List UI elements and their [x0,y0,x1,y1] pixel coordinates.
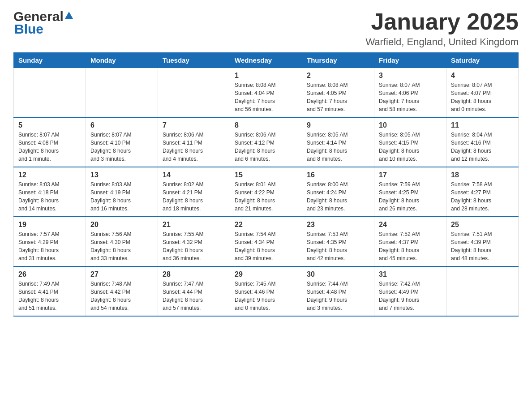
day-number: 7 [163,121,225,129]
day-info: Sunrise: 8:00 AMSunset: 4:24 PMDaylight:… [307,180,369,213]
calendar-cell: 28Sunrise: 7:47 AMSunset: 4:44 PMDayligh… [158,266,230,316]
calendar-cell [86,68,158,118]
calendar-cell [158,68,230,118]
day-number: 3 [379,72,442,80]
day-info: Sunrise: 8:05 AMSunset: 4:14 PMDaylight:… [307,131,369,163]
title-block: January 2025 Warfield, England, United K… [365,9,519,48]
day-info: Sunrise: 7:49 AMSunset: 4:41 PMDaylight:… [18,280,81,312]
svg-marker-0 [65,12,73,19]
day-info: Sunrise: 8:07 AMSunset: 4:10 PMDaylight:… [90,131,153,163]
day-number: 17 [379,171,442,179]
day-info: Sunrise: 7:42 AMSunset: 4:49 PMDaylight:… [379,280,442,312]
weekday-header-monday: Monday [86,53,158,68]
day-number: 2 [307,72,369,80]
day-info: Sunrise: 7:55 AMSunset: 4:32 PMDaylight:… [163,230,225,262]
day-number: 8 [235,121,297,129]
day-number: 10 [379,121,442,129]
day-number: 26 [18,270,81,278]
logo: General Blue [13,9,74,37]
location: Warfield, England, United Kingdom [365,36,519,48]
week-row-2: 5Sunrise: 8:07 AMSunset: 4:08 PMDaylight… [14,117,519,167]
logo-triangle-icon [64,11,74,21]
page-header: General Blue January 2025 Warfield, Engl… [13,9,519,48]
day-number: 13 [90,171,153,179]
calendar-cell: 3Sunrise: 8:07 AMSunset: 4:06 PMDaylight… [374,68,446,118]
day-number: 18 [451,171,514,179]
calendar-cell: 7Sunrise: 8:06 AMSunset: 4:11 PMDaylight… [158,117,230,167]
day-info: Sunrise: 8:03 AMSunset: 4:18 PMDaylight:… [18,180,81,213]
calendar-cell: 4Sunrise: 8:07 AMSunset: 4:07 PMDaylight… [446,68,519,118]
day-info: Sunrise: 8:03 AMSunset: 4:19 PMDaylight:… [90,180,153,213]
calendar-cell: 30Sunrise: 7:44 AMSunset: 4:48 PMDayligh… [302,266,374,316]
day-number: 28 [163,270,225,278]
calendar-cell: 15Sunrise: 8:01 AMSunset: 4:22 PMDayligh… [230,167,302,217]
day-number: 21 [163,221,225,229]
day-info: Sunrise: 8:06 AMSunset: 4:11 PMDaylight:… [163,131,225,163]
calendar-cell: 31Sunrise: 7:42 AMSunset: 4:49 PMDayligh… [374,266,446,316]
day-number: 6 [90,121,153,129]
day-info: Sunrise: 7:51 AMSunset: 4:39 PMDaylight:… [451,230,514,262]
day-info: Sunrise: 7:57 AMSunset: 4:29 PMDaylight:… [18,230,81,262]
day-info: Sunrise: 8:04 AMSunset: 4:16 PMDaylight:… [451,131,514,163]
day-number: 24 [379,221,442,229]
week-row-1: 1Sunrise: 8:08 AMSunset: 4:04 PMDaylight… [14,68,519,118]
week-row-3: 12Sunrise: 8:03 AMSunset: 4:18 PMDayligh… [14,167,519,217]
day-info: Sunrise: 8:08 AMSunset: 4:05 PMDaylight:… [307,81,369,113]
day-number: 23 [307,221,369,229]
calendar-cell: 21Sunrise: 7:55 AMSunset: 4:32 PMDayligh… [158,217,230,266]
calendar-cell: 25Sunrise: 7:51 AMSunset: 4:39 PMDayligh… [446,217,519,266]
calendar-cell: 17Sunrise: 7:59 AMSunset: 4:25 PMDayligh… [374,167,446,217]
day-number: 30 [307,270,369,278]
day-number: 12 [18,171,81,179]
day-info: Sunrise: 7:44 AMSunset: 4:48 PMDaylight:… [307,280,369,312]
day-info: Sunrise: 7:54 AMSunset: 4:34 PMDaylight:… [235,230,297,262]
calendar-cell: 23Sunrise: 7:53 AMSunset: 4:35 PMDayligh… [302,217,374,266]
weekday-header-thursday: Thursday [302,53,374,68]
calendar-cell: 1Sunrise: 8:08 AMSunset: 4:04 PMDaylight… [230,68,302,118]
day-info: Sunrise: 7:53 AMSunset: 4:35 PMDaylight:… [307,230,369,262]
weekday-header-friday: Friday [374,53,446,68]
logo-blue: Blue [14,21,43,37]
month-title: January 2025 [365,9,519,34]
day-number: 22 [235,221,297,229]
calendar-cell: 20Sunrise: 7:56 AMSunset: 4:30 PMDayligh… [86,217,158,266]
day-number: 15 [235,171,297,179]
weekday-header-saturday: Saturday [446,53,519,68]
day-info: Sunrise: 8:07 AMSunset: 4:07 PMDaylight:… [451,81,514,113]
calendar-table: SundayMondayTuesdayWednesdayThursdayFrid… [13,52,519,317]
day-number: 19 [18,221,81,229]
calendar-cell [446,266,519,316]
calendar-cell: 11Sunrise: 8:04 AMSunset: 4:16 PMDayligh… [446,117,519,167]
day-number: 1 [235,72,297,80]
day-info: Sunrise: 8:08 AMSunset: 4:04 PMDaylight:… [235,81,297,113]
calendar-cell: 29Sunrise: 7:45 AMSunset: 4:46 PMDayligh… [230,266,302,316]
day-info: Sunrise: 7:58 AMSunset: 4:27 PMDaylight:… [451,180,514,213]
calendar-cell: 5Sunrise: 8:07 AMSunset: 4:08 PMDaylight… [14,117,86,167]
day-info: Sunrise: 8:01 AMSunset: 4:22 PMDaylight:… [235,180,297,213]
calendar-cell: 8Sunrise: 8:06 AMSunset: 4:12 PMDaylight… [230,117,302,167]
calendar-cell: 18Sunrise: 7:58 AMSunset: 4:27 PMDayligh… [446,167,519,217]
week-row-4: 19Sunrise: 7:57 AMSunset: 4:29 PMDayligh… [14,217,519,266]
day-info: Sunrise: 7:59 AMSunset: 4:25 PMDaylight:… [379,180,442,213]
day-number: 27 [90,270,153,278]
day-info: Sunrise: 7:56 AMSunset: 4:30 PMDaylight:… [90,230,153,262]
day-info: Sunrise: 7:48 AMSunset: 4:42 PMDaylight:… [90,280,153,312]
day-info: Sunrise: 8:07 AMSunset: 4:08 PMDaylight:… [18,131,81,163]
day-number: 29 [235,270,297,278]
day-number: 4 [451,72,514,80]
calendar-cell: 2Sunrise: 8:08 AMSunset: 4:05 PMDaylight… [302,68,374,118]
weekday-header-tuesday: Tuesday [158,53,230,68]
calendar-cell: 19Sunrise: 7:57 AMSunset: 4:29 PMDayligh… [14,217,86,266]
day-info: Sunrise: 8:06 AMSunset: 4:12 PMDaylight:… [235,131,297,163]
day-info: Sunrise: 8:07 AMSunset: 4:06 PMDaylight:… [379,81,442,113]
day-info: Sunrise: 7:45 AMSunset: 4:46 PMDaylight:… [235,280,297,312]
calendar-cell: 24Sunrise: 7:52 AMSunset: 4:37 PMDayligh… [374,217,446,266]
calendar-cell: 14Sunrise: 8:02 AMSunset: 4:21 PMDayligh… [158,167,230,217]
weekday-header-sunday: Sunday [14,53,86,68]
day-number: 11 [451,121,514,129]
calendar-cell: 26Sunrise: 7:49 AMSunset: 4:41 PMDayligh… [14,266,86,316]
calendar-cell: 12Sunrise: 8:03 AMSunset: 4:18 PMDayligh… [14,167,86,217]
weekday-header-wednesday: Wednesday [230,53,302,68]
day-number: 20 [90,221,153,229]
calendar-cell: 22Sunrise: 7:54 AMSunset: 4:34 PMDayligh… [230,217,302,266]
